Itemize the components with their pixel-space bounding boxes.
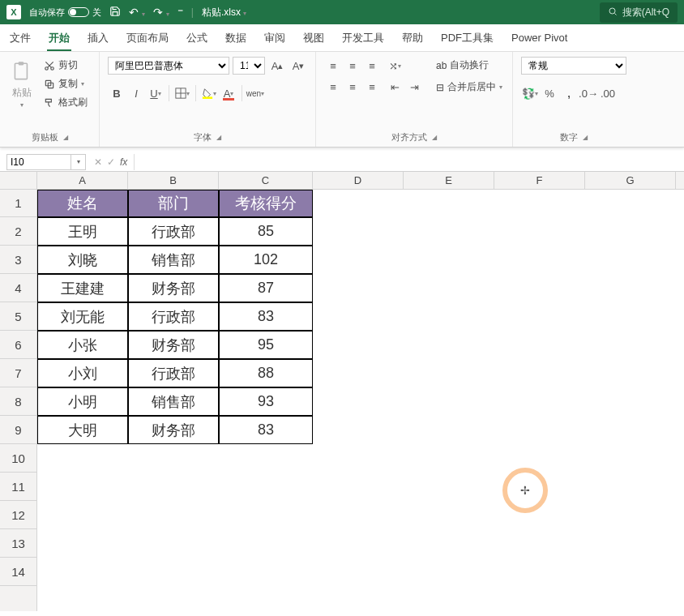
bold-button[interactable]: B xyxy=(108,84,126,102)
table-cell[interactable]: 小张 xyxy=(37,331,128,359)
table-cell[interactable]: 销售部 xyxy=(128,246,219,274)
tab-insert[interactable]: 插入 xyxy=(86,26,110,50)
row-header-8[interactable]: 8 xyxy=(0,387,36,416)
row-header-14[interactable]: 14 xyxy=(0,558,36,586)
row-header-5[interactable]: 5 xyxy=(0,302,36,331)
font-size-select[interactable]: 11 xyxy=(233,57,265,75)
phonetic-button[interactable]: wen▾ xyxy=(246,84,264,102)
col-header-G[interactable]: G xyxy=(585,172,676,189)
row-header-12[interactable]: 12 xyxy=(0,501,36,529)
toggle-switch-icon[interactable] xyxy=(68,7,89,17)
wrap-text-button[interactable]: ab 自动换行 xyxy=(434,57,504,74)
autosave-toggle[interactable]: 自动保存 关 xyxy=(29,6,101,19)
row-header-10[interactable]: 10 xyxy=(0,444,36,473)
table-header[interactable]: 姓名 xyxy=(37,190,128,217)
col-header-F[interactable]: F xyxy=(494,172,585,189)
tab-data[interactable]: 数据 xyxy=(224,26,248,50)
tab-help[interactable]: 帮助 xyxy=(400,26,425,50)
row-header-7[interactable]: 7 xyxy=(0,359,36,387)
name-box[interactable] xyxy=(6,154,71,170)
col-header-C[interactable]: C xyxy=(219,172,313,189)
copy-button[interactable]: 复制▾ xyxy=(41,75,91,92)
tab-powerpivot[interactable]: Power Pivot xyxy=(510,27,569,49)
tab-review[interactable]: 审阅 xyxy=(263,26,287,50)
orientation-icon[interactable]: ⤭▾ xyxy=(386,57,404,75)
align-left-icon[interactable]: ≡ xyxy=(324,78,342,96)
table-header[interactable]: 考核得分 xyxy=(219,190,313,217)
tab-file[interactable]: 文件 xyxy=(8,26,32,50)
decrease-indent-icon[interactable]: ⇤ xyxy=(386,78,404,96)
col-header-A[interactable]: A xyxy=(37,172,128,189)
qat-more-icon[interactable]: ⁼ xyxy=(177,6,183,19)
redo-icon[interactable]: ↷ ▾ xyxy=(153,6,169,19)
col-header-D[interactable]: D xyxy=(313,172,404,189)
table-cell[interactable]: 83 xyxy=(219,416,313,444)
table-cell[interactable]: 刘晓 xyxy=(37,246,128,274)
enter-formula-icon[interactable]: ✓ xyxy=(107,156,115,168)
row-header-2[interactable]: 2 xyxy=(0,217,36,246)
table-cell[interactable]: 财务部 xyxy=(128,274,219,302)
tab-dev[interactable]: 开发工具 xyxy=(340,26,386,50)
format-painter-button[interactable]: 格式刷 xyxy=(41,94,91,111)
table-cell[interactable]: 88 xyxy=(219,359,313,387)
number-format-select[interactable]: 常规 xyxy=(521,57,626,75)
table-cell[interactable]: 财务部 xyxy=(128,416,219,444)
paste-button[interactable]: 粘贴 ▾ xyxy=(8,57,36,129)
accounting-format-icon[interactable]: 💱▾ xyxy=(521,84,539,102)
tab-layout[interactable]: 页面布局 xyxy=(125,26,170,50)
row-header-3[interactable]: 3 xyxy=(0,246,36,274)
col-header-E[interactable]: E xyxy=(404,172,494,189)
table-cell[interactable]: 财务部 xyxy=(128,331,219,359)
cut-button[interactable]: 剪切 xyxy=(41,57,91,74)
spreadsheet-grid[interactable]: ABCDEFG 1234567891011121314 姓名部门考核得分王明行政… xyxy=(0,172,684,611)
table-cell[interactable]: 93 xyxy=(219,387,313,416)
comma-format-icon[interactable]: , xyxy=(560,84,578,102)
increase-indent-icon[interactable]: ⇥ xyxy=(405,78,423,96)
border-button[interactable]: ▾ xyxy=(173,84,191,102)
table-cell[interactable]: 销售部 xyxy=(128,387,219,416)
namebox-dropdown-icon[interactable]: ▾ xyxy=(71,154,86,170)
table-cell[interactable]: 刘无能 xyxy=(37,302,128,331)
align-center-icon[interactable]: ≡ xyxy=(344,78,361,96)
table-cell[interactable]: 大明 xyxy=(37,416,128,444)
row-header-6[interactable]: 6 xyxy=(0,331,36,359)
decrease-font-icon[interactable]: A▾ xyxy=(289,57,307,75)
row-headers[interactable]: 1234567891011121314 xyxy=(0,190,37,611)
font-name-select[interactable]: 阿里巴巴普惠体 xyxy=(108,57,229,75)
table-cell[interactable]: 小明 xyxy=(37,387,128,416)
font-color-button[interactable]: A▾ xyxy=(220,84,237,102)
align-right-icon[interactable]: ≡ xyxy=(363,78,381,96)
table-cell[interactable]: 王建建 xyxy=(37,274,128,302)
increase-decimal-icon[interactable]: .0→ xyxy=(579,84,597,102)
column-headers[interactable]: ABCDEFG xyxy=(37,172,684,190)
table-cell[interactable]: 小刘 xyxy=(37,359,128,387)
table-cell[interactable]: 87 xyxy=(219,274,313,302)
undo-icon[interactable]: ↶ ▾ xyxy=(129,6,145,19)
save-icon[interactable] xyxy=(109,6,121,19)
table-cell[interactable]: 行政部 xyxy=(128,359,219,387)
dialog-launcher-icon[interactable]: ◢ xyxy=(583,134,588,141)
fill-color-button[interactable]: ▾ xyxy=(200,84,218,102)
select-all-corner[interactable] xyxy=(0,172,37,190)
row-header-4[interactable]: 4 xyxy=(0,274,36,302)
tab-view[interactable]: 视图 xyxy=(301,26,326,50)
align-middle-icon[interactable]: ≡ xyxy=(344,57,361,75)
col-header-B[interactable]: B xyxy=(128,172,219,189)
table-cell[interactable]: 85 xyxy=(219,217,313,246)
dialog-launcher-icon[interactable]: ◢ xyxy=(63,134,68,141)
table-cell[interactable]: 102 xyxy=(219,246,313,274)
decrease-decimal-icon[interactable]: .00 xyxy=(599,84,617,102)
align-top-icon[interactable]: ≡ xyxy=(324,57,342,75)
dialog-launcher-icon[interactable]: ◢ xyxy=(216,134,221,141)
cancel-formula-icon[interactable]: ✕ xyxy=(94,156,102,168)
tab-home[interactable]: 开始 xyxy=(47,26,71,50)
dialog-launcher-icon[interactable]: ◢ xyxy=(432,134,437,141)
merge-center-button[interactable]: ⊟ 合并后居中▾ xyxy=(434,79,504,96)
formula-bar[interactable] xyxy=(134,154,684,170)
row-header-11[interactable]: 11 xyxy=(0,473,36,501)
row-header-1[interactable]: 1 xyxy=(0,190,36,217)
search-box[interactable]: 搜索(Alt+Q xyxy=(600,2,678,23)
table-cell[interactable]: 行政部 xyxy=(128,217,219,246)
table-cell[interactable]: 行政部 xyxy=(128,302,219,331)
row-header-9[interactable]: 9 xyxy=(0,416,36,444)
